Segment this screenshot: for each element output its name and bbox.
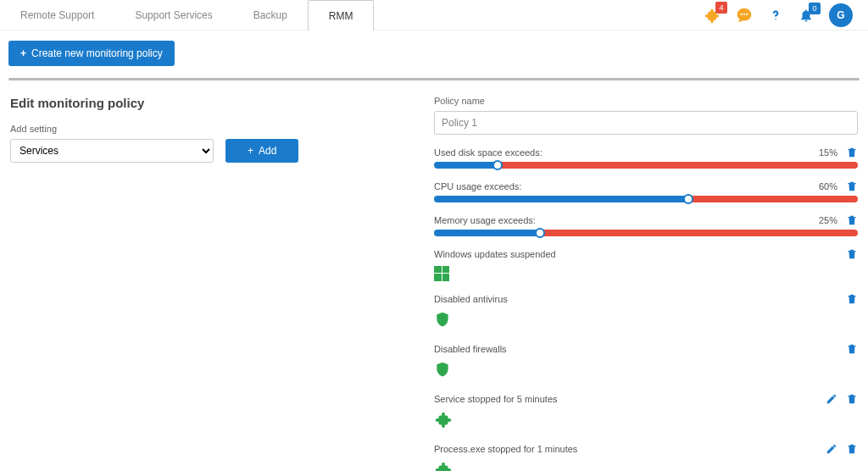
edit-icon[interactable] [826,443,837,455]
top-navigation: Remote SupportSupport ServicesBackupRMM … [0,0,868,30]
setting-label: Used disk space exceeds: [434,147,542,158]
action-bar: + Create new monitoring policy [0,30,868,78]
setting-row: Service stopped for 5 minutes [434,393,858,431]
setting-label: Memory usage exceeds: [434,215,536,225]
setting-label: Process.exe stopped for 1 minutes [434,444,577,454]
setting-label: Windows updates suspended [434,249,556,259]
setting-row: Windows updates suspended [434,248,858,281]
help-icon[interactable] [768,8,783,23]
extensions-badge: 4 [715,2,727,14]
svg-point-0 [775,18,776,19]
nav-tab[interactable]: Support Services [114,0,232,30]
policy-name-input[interactable] [434,111,858,135]
setting-row: Disabled firewalls [434,343,858,381]
left-column: Edit monitoring policy Add setting Servi… [10,96,417,471]
policy-name-label: Policy name [434,96,858,106]
add-button-label: Add [259,145,276,157]
setting-label: Service stopped for 5 minutes [434,394,558,404]
nav-tab[interactable]: RMM [308,0,375,30]
setting-value: 60% [819,181,837,191]
threshold-slider[interactable] [434,196,858,202]
right-column: Policy name Used disk space exceeds:15%C… [434,96,858,471]
chat-icon[interactable] [736,7,753,24]
slider-thumb[interactable] [492,160,503,170]
plus-icon: + [248,145,253,157]
delete-icon[interactable] [846,214,858,226]
delete-icon[interactable] [846,293,858,305]
add-setting-select[interactable]: Services [10,139,214,163]
setting-label: Disabled antivirus [434,294,508,304]
edit-icon[interactable] [826,393,837,405]
puzzle-icon [434,410,453,429]
nav-tab[interactable]: Backup [233,0,308,30]
delete-icon[interactable] [846,248,858,260]
slider-thumb[interactable] [683,194,693,204]
setting-row: Process.exe stopped for 1 minutes [434,443,858,472]
delete-icon[interactable] [846,393,858,405]
puzzle-icon [434,460,453,472]
delete-icon[interactable] [846,180,858,192]
add-button[interactable]: + Add [225,139,298,163]
setting-label: Disabled firewalls [434,344,507,354]
slider-thumb[interactable] [535,228,545,238]
setting-value: 15% [819,147,837,158]
shield-icon [434,360,451,379]
notifications-icon[interactable]: 0 [798,8,814,23]
top-right-icons: 4 0 G [704,3,868,27]
setting-row: Memory usage exceeds:25% [434,214,858,236]
notifications-badge: 0 [809,3,821,14]
main-content: Edit monitoring policy Add setting Servi… [0,80,868,471]
setting-row: CPU usage exceeds:60% [434,180,858,202]
setting-value: 25% [819,215,837,225]
add-setting-label: Add setting [10,124,417,134]
settings-list: Used disk space exceeds:15%CPU usage exc… [434,147,858,471]
setting-row: Used disk space exceeds:15% [434,147,858,169]
create-policy-label: Create new monitoring policy [31,47,163,59]
setting-row: Disabled antivirus [434,293,858,331]
extensions-icon[interactable]: 4 [704,7,721,24]
create-policy-button[interactable]: + Create new monitoring policy [8,41,175,66]
plus-icon: + [20,47,26,59]
delete-icon[interactable] [846,443,858,455]
section-divider [8,78,860,80]
user-avatar[interactable]: G [829,3,853,27]
delete-icon[interactable] [846,343,858,355]
page-title: Edit monitoring policy [10,96,417,110]
threshold-slider[interactable] [434,162,858,169]
setting-label: CPU usage exceeds: [434,181,521,191]
threshold-slider[interactable] [434,230,858,236]
windows-icon [434,266,449,281]
nav-tabs: Remote SupportSupport ServicesBackupRMM [0,0,374,30]
nav-tab[interactable]: Remote Support [0,0,114,30]
shield-icon [434,310,451,329]
delete-icon[interactable] [846,147,858,158]
avatar-letter: G [837,9,844,21]
